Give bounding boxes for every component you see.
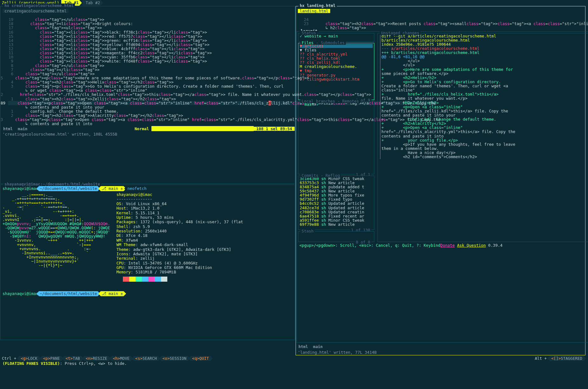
keychip-lock[interactable]: <g> LOCK: [17, 356, 41, 361]
neofetch-info: shayanaqvi@imac --------------- OS: Void…: [117, 192, 243, 282]
color-swatches: [117, 277, 243, 282]
lg-branches[interactable]: Local branches - Remotes * main ✓ 1 of 1: [298, 101, 374, 174]
lg-files[interactable]: Files - Submodules ▼ articles ▼ files ??…: [298, 43, 374, 100]
shell-prompt-2[interactable]: shayanaqvi@imac ~/documents/html/website…: [3, 291, 293, 296]
keychip-tab[interactable]: <t> TAB: [62, 356, 84, 361]
helix-message: 'creatingacolourscheme.html' written, 10…: [1, 131, 295, 137]
prompt-branch: ⎇ main ±: [98, 186, 126, 191]
keychip-resize[interactable]: <n> RESIZE: [82, 356, 111, 361]
buffer-tab[interactable]: landing.html: [298, 9, 330, 13]
prompt-branch: ⎇ main ±: [98, 291, 126, 296]
lg-helpbar: <pgup>/<pgdown>: Scroll, <esc>: Cancel, …: [298, 243, 588, 248]
lg-diff[interactable]: Unstaged changes │diff --git a/articles/…: [378, 33, 588, 242]
editor-body[interactable]: 19 class="tag"></ulclass="tag">>18 class…: [1, 13, 295, 126]
buffer-tab[interactable]: creatingacolourscheme.html: [3, 9, 69, 13]
pane-terminal[interactable]: shayanaqvi@imac:~/documents/html/website…: [0, 184, 295, 340]
keychip-pane[interactable]: <p> PANE: [39, 356, 64, 361]
pane-title: hx landing.html: [298, 3, 337, 8]
prompt-path: ~/documents/html/website: [37, 291, 100, 296]
helix-statusline: html main Normal 108 1 sel 89:54: [1, 126, 295, 131]
pane-editor-left[interactable]: hx creatingacolourscheme.html creatingac…: [0, 6, 295, 184]
file-row[interactable]: ?? tilingwmquickstart.htm: [300, 77, 373, 81]
keychip-staggered[interactable]: <[]> STAGGERED: [547, 356, 586, 361]
pane-title: hx creatingacolourscheme.html: [3, 3, 75, 8]
keychip-search[interactable]: <s> SEARCH: [131, 356, 161, 361]
zellij-tabstrip: Zellij (capricious-wool) Tab #1 Tab #2: [0, 0, 588, 6]
shell-prompt[interactable]: shayanaqvi@imac ~/documents/html/website…: [3, 186, 293, 191]
tab-2[interactable]: Tab #2: [83, 0, 103, 6]
neofetch-logo: __.;=====;.__ _.=+==++=++=+=+===;. -=+++…: [3, 192, 110, 282]
helix-message: 'landing.html' written, 77L 3414B: [296, 350, 588, 355]
editor-body[interactable]: 2423 class="tag"><h2class="tag">>Recent …: [296, 13, 588, 30]
zellij-keybar: Ctrl + <g> LOCK<p> PANE<t> TAB<n> RESIZE…: [0, 356, 588, 361]
keychip-session[interactable]: <o> SESSION: [159, 356, 190, 361]
helix-statusline: html main Normal 77 1 sel 62:54: [296, 344, 588, 350]
prompt-path: ~/documents/html/website: [37, 186, 100, 191]
commit-row[interactable]: 69f79e88 sh New article: [300, 222, 373, 226]
zellij-hintbar: (FLOATING PANES VISIBLE): Press Ctrl+p, …: [0, 361, 588, 367]
keychip-move[interactable]: <h> MOVE: [109, 356, 133, 361]
pane-lazygit[interactable]: lazygit Status ✓ website → main: [297, 31, 588, 343]
pane-title: shayanaqvi@imac:~/documents/html/website: [3, 182, 101, 186]
lg-commits[interactable]: Commits - Reflog 3c1e4360 sh Minor CSS t…: [298, 176, 374, 230]
ask-question-link[interactable]: Ask Question: [457, 243, 486, 248]
keychip-quit[interactable]: <q> QUIT: [188, 356, 213, 361]
lg-stash[interactable]: Stash 0 of 0: [298, 231, 374, 242]
pane-editor-right[interactable]: hx landing.html landing.html 2423 class=…: [296, 6, 585, 355]
donate-link[interactable]: Donate: [440, 243, 455, 248]
prompt-cmd: neofetch: [124, 186, 150, 191]
